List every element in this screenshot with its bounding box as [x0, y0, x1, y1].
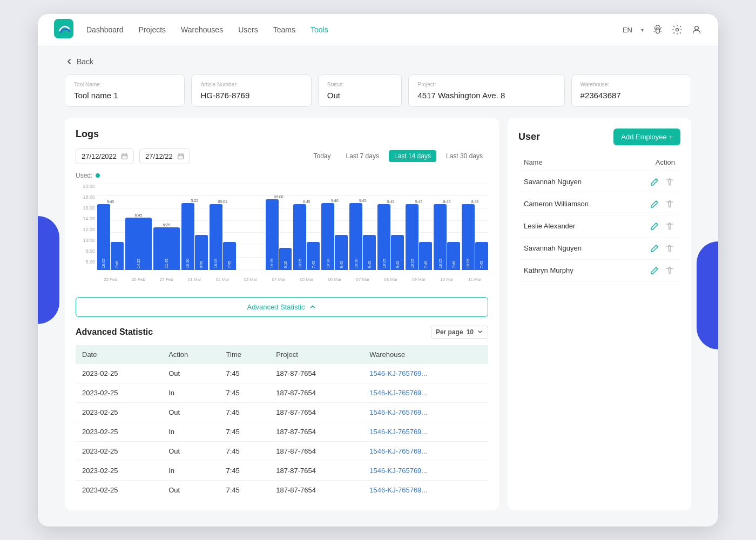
bar-value-label: 18:05	[214, 259, 218, 268]
delete-icon[interactable]	[664, 221, 675, 232]
svg-rect-4	[178, 154, 183, 159]
cell-warehouse[interactable]: 1546-KJ-765769...	[363, 364, 488, 383]
filter-today[interactable]: Today	[308, 150, 336, 162]
delete-icon[interactable]	[664, 243, 675, 254]
cell-date: 2023-02-25	[76, 461, 162, 480]
edit-icon[interactable]	[649, 221, 660, 232]
logo[interactable]	[54, 19, 86, 40]
cell-date: 2023-02-25	[76, 422, 162, 441]
bar-group: 8:4518:057:45	[462, 200, 488, 270]
edit-icon[interactable]	[649, 265, 660, 276]
bar-total-label: 5:45	[415, 200, 423, 204]
advanced-statistic-toggle[interactable]: Advanced Statistic	[76, 297, 488, 317]
x-label: 04 Mar	[266, 277, 292, 282]
delete-icon[interactable]	[664, 199, 675, 210]
table-row: 2023-02-25 In 7:45 187-87-7654 1546-KJ-7…	[76, 383, 488, 402]
date-from-input[interactable]: 27/12/2022	[76, 148, 134, 164]
info-card-status: Status: Out	[318, 75, 402, 107]
date-from-value: 27/12/2022	[82, 152, 117, 160]
cell-warehouse[interactable]: 1546-KJ-765769...	[363, 461, 488, 480]
user-col-name: Name	[518, 154, 627, 171]
chart-bar: 18:05	[406, 204, 418, 270]
main-content: Back Tool Name: Tool name 1 Article Numb…	[38, 46, 718, 526]
chart-x-labels: 25 Feb26 Feb27 Feb01 Mar02 Mar03 Mar04 M…	[76, 277, 488, 282]
table-row: 2023-02-25 In 7:45 187-87-7654 1546-KJ-7…	[76, 422, 488, 441]
chart-bar: 7:45	[447, 242, 460, 270]
bar-value-label: 9:45	[199, 261, 203, 268]
bar-value-label: 9:45	[368, 261, 372, 268]
bar-value-label: 18:30	[186, 259, 190, 268]
filter-14days[interactable]: Last 14 days	[389, 150, 436, 162]
cell-warehouse[interactable]: 1546-KJ-765769...	[363, 383, 488, 402]
bar-wrap: 18:059:45	[377, 204, 404, 270]
per-page-selector[interactable]: Per page 10	[431, 326, 488, 339]
bar-value-label: 9:45	[396, 261, 400, 268]
date-to-input[interactable]: 27/12/22	[139, 148, 190, 164]
edit-icon[interactable]	[649, 177, 660, 187]
cell-project: 187-87-7654	[269, 461, 363, 480]
bug-icon[interactable]	[652, 24, 663, 35]
chart-container: 20:0018:0016:0014:00 12:0010:008:006:00 …	[76, 184, 488, 292]
bar-total-label: 6:45	[135, 213, 143, 217]
delete-icon[interactable]	[664, 177, 675, 187]
bar-wrap: 18:057:45	[210, 204, 236, 270]
nav-users[interactable]: Users	[238, 25, 258, 34]
col-date: Date	[76, 345, 162, 364]
nav-projects[interactable]: Projects	[139, 25, 166, 34]
chevron-up-icon	[309, 303, 316, 310]
main-grid: Logs 27/12/2022 27/12/22	[65, 118, 691, 510]
per-page-value: 10	[467, 328, 474, 336]
cell-warehouse[interactable]: 1546-KJ-765769...	[363, 402, 488, 422]
add-employee-button[interactable]: Add Employee +	[613, 129, 680, 145]
table-row: 2023-02-25 In 7:45 187-87-7654 1546-KJ-7…	[76, 461, 488, 480]
navbar: Dashboard Projects Warehouses Users Team…	[38, 14, 718, 46]
user-profile-icon[interactable]	[691, 24, 702, 35]
cell-time: 7:45	[220, 422, 270, 441]
nav-teams[interactable]: Teams	[273, 25, 295, 34]
chart-bar: 7:45	[307, 242, 320, 270]
bar-total-label: 6:45	[303, 200, 310, 204]
table-row: 2023-02-25 Out 7:45 187-87-7654 1546-KJ-…	[76, 402, 488, 422]
edit-icon[interactable]	[649, 243, 660, 254]
edit-icon[interactable]	[649, 199, 660, 210]
bar-value-label: 11:45	[165, 259, 168, 268]
user-action-cell	[627, 193, 680, 215]
cell-warehouse[interactable]: 1546-KJ-765769...	[363, 441, 488, 461]
language-selector[interactable]: EN	[623, 26, 632, 34]
nav-dashboard[interactable]: Dashboard	[86, 25, 124, 34]
bar-value-label: 7:45	[115, 261, 119, 268]
bar-wrap: 18:309:45	[349, 203, 376, 270]
used-label: Used:	[76, 172, 488, 179]
user-name-cell: Leslie Alexander	[518, 215, 627, 237]
bar-value-label: 18:05	[410, 259, 414, 268]
cell-time: 7:45	[220, 383, 270, 402]
article-value: HG-876-8769	[200, 91, 302, 100]
cell-warehouse[interactable]: 1546-KJ-765769...	[363, 422, 488, 441]
bar-total-label: 6:25	[163, 223, 170, 227]
filter-7days[interactable]: Last 7 days	[341, 150, 384, 162]
cell-date: 2023-02-25	[76, 364, 162, 383]
filter-30days[interactable]: Last 30 days	[441, 150, 488, 162]
info-cards: Tool Name: Tool name 1 Article Number: H…	[65, 75, 691, 107]
chart-bar: 9:45	[363, 235, 376, 270]
delete-icon[interactable]	[664, 265, 675, 276]
status-value: Out	[327, 91, 393, 100]
back-button[interactable]: Back	[65, 57, 691, 66]
logs-panel: Logs 27/12/2022 27/12/22	[65, 118, 499, 510]
chart-bar: 18:05	[434, 204, 447, 270]
chart-bars: 9:4518:057:456:4514:256:2511:455:2518:30…	[97, 184, 488, 270]
user-col-action: Action	[627, 154, 680, 171]
nav-warehouses[interactable]: Warehouses	[181, 25, 223, 34]
tool-name-value: Tool name 1	[74, 91, 176, 100]
cell-warehouse[interactable]: 1546-KJ-765769...	[363, 480, 488, 500]
bar-group: 9:4518:059:45	[377, 200, 404, 270]
cell-action: In	[162, 422, 219, 441]
nav-tools[interactable]: Tools	[310, 25, 328, 34]
x-label: 06 Mar	[321, 277, 348, 282]
bar-total-label: 9:45	[359, 199, 367, 202]
bar-total-label: 9:45	[387, 200, 395, 204]
cell-project: 187-87-7654	[269, 364, 363, 383]
settings-icon[interactable]	[672, 24, 683, 35]
bar-value-label: 18:05	[438, 259, 442, 268]
adv-title: Advanced Statistic	[76, 327, 153, 337]
